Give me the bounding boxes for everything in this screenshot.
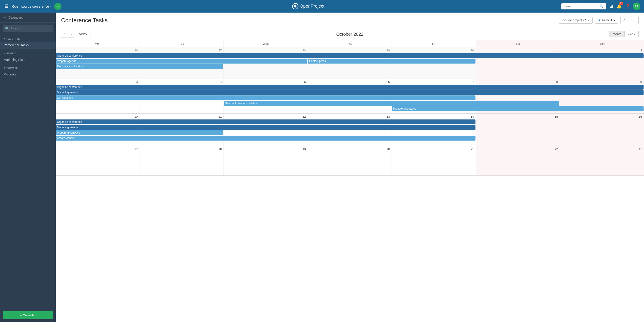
day-header-sat: Sat — [476, 40, 560, 47]
add-project-button[interactable]: + — [54, 3, 62, 10]
user-avatar[interactable]: PS — [633, 3, 640, 10]
cell-oct14: 14 — [392, 114, 476, 146]
chevron-down-icon: ▾ — [4, 37, 5, 40]
include-projects-button[interactable]: Include projects 1 ▾ — [559, 17, 592, 24]
prev-month-button[interactable]: ‹ — [61, 31, 67, 38]
grid-icon[interactable]: ⊞ — [609, 3, 614, 10]
week-row-3: 10 11 12 13 14 15 16 Organize conference… — [56, 114, 644, 146]
week-view-button[interactable]: week — [624, 31, 638, 37]
filter-icon: ▼ — [598, 19, 601, 22]
week-row-2: 3 4 5 6 7 8 9 Organize conference Market… — [56, 79, 644, 114]
top-nav: ☰ Open source conference ▾ + OpenProject… — [0, 0, 644, 13]
event-find-date-location[interactable]: Find date and location — [56, 64, 223, 69]
cell-oct2: 2 — [560, 47, 644, 79]
main-layout: ← Calendars 🔍 ▾ FAVORITE Conference Task… — [0, 13, 644, 322]
cell-oct12: 12 — [224, 114, 308, 146]
cell-oct13: 13 — [308, 114, 392, 146]
svg-point-1 — [294, 5, 296, 8]
today-button[interactable]: today — [76, 31, 90, 37]
day-header-fri: Fri — [392, 40, 476, 47]
cell-oct19: 19 — [224, 146, 308, 175]
content-actions: Include projects 1 ▾ ▼ Filter 1 ▾ ⤢ ⋮ — [559, 16, 638, 24]
cell-oct16: 16 — [560, 114, 644, 146]
chevron-down-icon: ▾ — [4, 52, 5, 55]
sidebar: ← Calendars 🔍 ▾ FAVORITE Conference Task… — [0, 13, 56, 322]
next-month-button[interactable]: › — [68, 31, 74, 38]
event-prepare-giveaways-w2[interactable]: Prepare giveaways — [392, 106, 644, 111]
cell-oct18: 18 — [140, 146, 224, 175]
sidebar-search[interactable]: 🔍 — [3, 25, 53, 32]
global-search[interactable]: 🔍 — [561, 3, 606, 10]
day-header-mon: Mon — [56, 40, 140, 47]
cell-oct15: 15 — [476, 114, 560, 146]
content-header: Conference Tasks Include projects 1 ▾ ▼ … — [56, 13, 644, 28]
more-options-button[interactable]: ⋮ — [630, 16, 638, 24]
event-get-speakers[interactable]: Get speakers — [56, 95, 476, 100]
notifications-icon[interactable]: 🔔 22 — [616, 3, 622, 10]
section-header-favorite: ▾ FAVORITE — [0, 34, 56, 42]
back-arrow-icon: ← — [4, 16, 7, 19]
section-header-public: ▾ PUBLIC — [0, 49, 56, 56]
chevron-down-icon: ▾ — [614, 19, 615, 22]
cell-oct23: 23 — [560, 146, 644, 175]
cell-oct20: 20 — [308, 146, 392, 175]
project-caret-icon: ▾ — [50, 5, 52, 8]
chevron-down-icon: ▾ — [588, 19, 590, 22]
view-toggle: month week — [609, 31, 638, 37]
event-create-website[interactable]: Create website — [56, 136, 476, 141]
sidebar-search-icon: 🔍 — [5, 26, 10, 31]
search-input[interactable] — [564, 5, 598, 8]
expand-button[interactable]: ⤢ — [620, 17, 628, 24]
event-prepare-agenda[interactable]: Prepare agenda — [56, 59, 308, 64]
cell-oct1: 1 — [476, 47, 560, 79]
chevron-down-icon: ▾ — [4, 67, 5, 69]
hamburger-icon[interactable]: ☰ — [4, 3, 10, 10]
cell-oct11: 11 — [140, 114, 224, 146]
cell-oct21: 21 — [392, 146, 476, 175]
notification-badge: 22 — [619, 2, 623, 5]
svg-text:OpenProject: OpenProject — [300, 4, 324, 9]
event-contact-press[interactable]: Contact press — [308, 59, 476, 64]
event-marketing-material-w3[interactable]: Marketing material — [56, 125, 476, 130]
section-header-private: ▾ PRIVATE — [0, 63, 56, 71]
event-organize-conference-w2[interactable]: Organize conference — [56, 85, 644, 90]
month-view-button[interactable]: month — [610, 31, 624, 37]
cell-oct17: 17 — [56, 146, 140, 175]
month-title: October 2022 — [90, 32, 609, 37]
event-prepare-giveaways-w3[interactable]: Prepare giveaways — [56, 130, 223, 135]
sidebar-item-conference-tasks[interactable]: Conference Tasks — [0, 42, 56, 49]
week-row-1: 26 27 28 29 30 1 2 Organize conference P… — [56, 47, 644, 79]
nav-icons: ⊞ 🔔 22 ❓ PS — [609, 3, 640, 10]
sidebar-back-button[interactable]: ← Calendars — [0, 13, 56, 23]
project-name[interactable]: Open source conference ▾ — [12, 5, 52, 8]
event-organize-conference-w1[interactable]: Organize conference — [56, 53, 644, 58]
sidebar-item-my-tasks[interactable]: My tasks — [0, 71, 56, 78]
help-icon[interactable]: ❓ — [624, 3, 631, 10]
week-row-4: 17 18 19 20 21 22 23 — [56, 146, 644, 176]
page-title: Conference Tasks — [61, 17, 108, 24]
day-headers: Mon Tue Wed Thu Fri Sat Sun — [56, 40, 644, 47]
sidebar-search-input[interactable] — [11, 27, 51, 30]
day-header-tue: Tue — [140, 40, 224, 47]
sidebar-item-marketing-plan[interactable]: Marketing Plan — [0, 56, 56, 63]
calendar-grid: Mon Tue Wed Thu Fri Sat Sun 26 27 28 29 … — [56, 40, 644, 322]
event-marketing-material-w2[interactable]: Marketing material — [56, 90, 644, 95]
day-header-wed: Wed — [224, 40, 308, 47]
event-send-meeting-invitation[interactable]: Send out meeting invitation — [224, 101, 560, 106]
search-icon: 🔍 — [599, 4, 604, 9]
day-header-thu: Thu — [308, 40, 392, 47]
day-header-sun: Sun — [560, 40, 644, 47]
filter-button[interactable]: ▼ Filter 1 ▾ — [595, 17, 618, 24]
cell-oct10: 10 — [56, 114, 140, 146]
add-calendar-button[interactable]: + Calendar — [3, 311, 53, 319]
event-organize-conference-w3[interactable]: Organize conference — [56, 119, 476, 124]
calendar-nav: ‹ › today — [61, 31, 90, 38]
app-logo: OpenProject — [64, 2, 558, 10]
cell-oct22: 22 — [476, 146, 560, 175]
calendar-toolbar: ‹ › today October 2022 month week — [56, 28, 644, 40]
content-area: Conference Tasks Include projects 1 ▾ ▼ … — [56, 13, 644, 322]
